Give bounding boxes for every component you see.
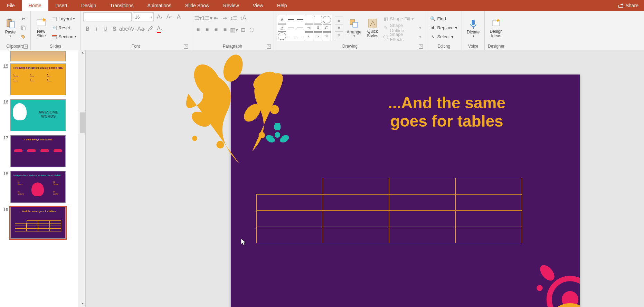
scroll-up-arrow[interactable]: ▴ <box>80 50 85 56</box>
slide-thumbnail-18[interactable]: 18 Infographics make your idea understab… <box>0 169 85 205</box>
shape-line[interactable] <box>287 16 295 23</box>
shape-arrow-line[interactable] <box>296 16 304 23</box>
slide-thumbnail-15[interactable]: 15 Reviewing concepts is usually a good … <box>0 61 85 97</box>
shapes-more-button[interactable]: ▿ <box>335 32 343 39</box>
increase-font-button[interactable]: A▴ <box>155 13 163 21</box>
shape-elbow[interactable] <box>287 24 295 32</box>
smartart-button[interactable]: ⬡ <box>248 26 256 34</box>
decrease-indent-button[interactable]: ⇤ <box>212 14 220 22</box>
scroll-down-arrow[interactable]: ▾ <box>80 301 85 307</box>
slide-thumbnail-16[interactable]: 16 AWESOME WORDS <box>0 97 85 133</box>
shape-textbox[interactable]: A <box>278 16 286 23</box>
shape-elbow-arrow[interactable] <box>296 24 304 32</box>
shape-arrow-right[interactable]: ⇨ <box>305 24 313 32</box>
layout-button[interactable]: Layout ▾ <box>50 15 77 23</box>
numbering-button[interactable]: 1☰▾ <box>203 14 211 22</box>
slide-thumbnail-partial[interactable] <box>10 51 66 61</box>
share-label: Share <box>626 3 638 8</box>
tab-transitions[interactable]: Transitions <box>103 0 141 11</box>
shape-circle[interactable] <box>278 32 286 40</box>
replace-button[interactable]: abReplace ▾ <box>429 24 459 32</box>
slide-title[interactable]: ...And the same goes for tables <box>348 94 545 130</box>
bullets-button[interactable]: ☰▾ <box>194 14 202 22</box>
search-icon: 🔍 <box>430 16 436 22</box>
reset-button[interactable]: Reset <box>50 24 77 32</box>
line-spacing-button[interactable]: ↕☰ <box>230 14 238 22</box>
clipboard-dialog-launcher[interactable]: ⤡ <box>23 44 28 49</box>
copy-icon <box>21 25 26 31</box>
new-slide-button[interactable]: New Slide <box>34 15 49 41</box>
find-button[interactable]: 🔍Find <box>429 15 459 23</box>
shape-effects-button[interactable]: ◯Shape Effects ▾ <box>382 33 423 41</box>
shape-fill-button[interactable]: ◧Shape Fill ▾ <box>382 15 423 23</box>
italic-button[interactable]: I <box>92 25 101 33</box>
slide-table[interactable] <box>256 178 522 243</box>
shape-brace-left[interactable]: { <box>305 32 313 40</box>
tab-design[interactable]: Design <box>74 0 103 11</box>
drawing-dialog-launcher[interactable]: ⤡ <box>419 44 423 49</box>
shapes-gallery[interactable]: A △ ⇨ ⇕ ⬡ { } ☆ <box>277 15 332 41</box>
thumbnail-scrollbar[interactable]: ▴ ▾ <box>78 50 85 307</box>
paragraph-dialog-launcher[interactable]: ⤡ <box>267 44 271 49</box>
highlight-button[interactable]: 🖍 <box>146 25 154 33</box>
shape-arrow-updown[interactable]: ⇕ <box>314 24 322 32</box>
char-spacing-button[interactable]: AV↔ <box>128 25 136 33</box>
font-dialog-launcher[interactable]: ⤡ <box>184 44 188 49</box>
scroll-thumb[interactable] <box>80 112 85 133</box>
slide-thumbnail-17[interactable]: 17 A time always works well <box>0 133 85 169</box>
paste-button[interactable]: Paste ▾ <box>3 15 18 41</box>
align-center-button[interactable]: ≡ <box>203 26 211 34</box>
thumbnail-panel[interactable]: 15 Reviewing concepts is usually a good … <box>0 50 86 307</box>
reset-icon <box>51 25 57 31</box>
font-size-select[interactable]: 16▾ <box>133 12 154 21</box>
design-ideas-button[interactable]: Design Ideas <box>487 15 504 41</box>
shape-rect[interactable] <box>305 16 313 23</box>
decrease-font-button[interactable]: A▾ <box>165 13 173 21</box>
shape-oval[interactable] <box>323 16 331 23</box>
section-button[interactable]: Section ▾ <box>50 33 77 41</box>
shape-triangle[interactable]: △ <box>278 24 286 32</box>
underline-button[interactable]: U <box>101 25 110 33</box>
bold-button[interactable]: B <box>83 25 92 33</box>
shape-roundrect[interactable] <box>314 16 322 23</box>
cut-button[interactable]: ✂ <box>19 15 28 23</box>
tab-help[interactable]: Help <box>270 0 294 11</box>
arrange-button[interactable]: Arrange▾ <box>344 15 363 41</box>
tab-view[interactable]: View <box>246 0 270 11</box>
align-text-button[interactable]: ⊟ <box>239 26 247 34</box>
justify-button[interactable]: ≡ <box>221 26 229 34</box>
share-button[interactable]: Share <box>613 2 644 9</box>
tab-animations[interactable]: Animations <box>140 0 178 11</box>
align-left-button[interactable]: ≡ <box>194 26 202 34</box>
tab-review[interactable]: Review <box>216 0 246 11</box>
format-painter-button[interactable] <box>19 33 28 41</box>
columns-button[interactable]: ▥▾ <box>230 26 238 34</box>
tab-home[interactable]: Home <box>22 0 48 11</box>
shape-freeform[interactable] <box>296 32 304 40</box>
slide-thumbnail-19[interactable]: 19 ...And the same goes for tables <box>0 205 85 241</box>
tab-slideshow[interactable]: Slide Show <box>178 0 216 11</box>
align-right-button[interactable]: ≡ <box>212 26 220 34</box>
increase-indent-button[interactable]: ⇥ <box>221 14 229 22</box>
select-button[interactable]: ↖Select ▾ <box>429 33 459 41</box>
clear-formatting-button[interactable]: A <box>174 13 183 21</box>
dictate-button[interactable]: Dictate▾ <box>465 15 482 41</box>
shadow-button[interactable]: S <box>110 25 119 33</box>
tab-insert[interactable]: Insert <box>48 0 74 11</box>
shape-star[interactable]: ☆ <box>323 32 331 40</box>
font-color-button[interactable]: A▾ <box>155 25 163 33</box>
font-family-select[interactable] <box>83 12 132 21</box>
tab-file[interactable]: File <box>0 0 22 11</box>
copy-button[interactable] <box>19 24 28 32</box>
change-case-button[interactable]: Aa▾ <box>137 25 145 33</box>
strikethrough-button[interactable]: abc <box>119 25 127 33</box>
shape-brace-right[interactable]: } <box>314 32 322 40</box>
shapes-more-down[interactable]: ▾ <box>335 24 343 32</box>
shapes-more-up[interactable]: ▴ <box>335 17 343 24</box>
shape-hexagon[interactable]: ⬡ <box>323 24 331 32</box>
shape-outline-button[interactable]: ✎Shape Outline ▾ <box>382 24 423 32</box>
slide-editor[interactable]: ...And the same goes for tables <box>86 50 644 307</box>
shape-curve[interactable] <box>287 32 295 40</box>
quick-styles-button[interactable]: Quick Styles <box>365 15 380 41</box>
text-direction-button[interactable]: ↕A <box>239 14 247 22</box>
